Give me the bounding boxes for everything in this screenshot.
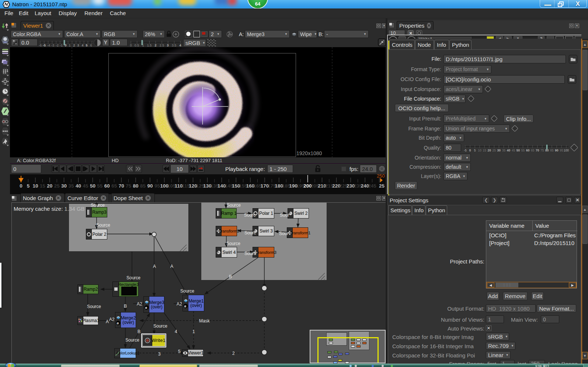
svg-text:1920x1080: 1920x1080 — [296, 150, 322, 156]
svg-text:α: α — [184, 304, 186, 308]
svg-text:α: α — [145, 306, 147, 310]
svg-text:α: α — [116, 321, 119, 325]
